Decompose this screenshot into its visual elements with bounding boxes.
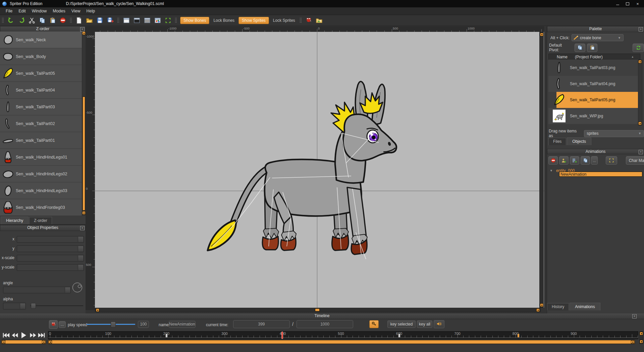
palette-tab-objects[interactable]: Objects [567, 137, 591, 145]
sound-button[interactable] [434, 320, 444, 328]
zorder-item[interactable]: Sen_walk_Body [0, 48, 86, 65]
animations-panel-header[interactable]: Animations × [547, 149, 644, 154]
toolbar-grip[interactable] [2, 17, 4, 23]
file-list-scrollbar[interactable] [638, 60, 642, 125]
tab-hierarchy[interactable]: Hierarchy [1, 217, 29, 224]
menu-file[interactable]: File [3, 8, 15, 14]
dock-tab-animations[interactable]: Animations [570, 303, 600, 310]
save-as-button[interactable] [106, 16, 115, 25]
pivot-paste-button[interactable] [587, 44, 598, 52]
rewind-button[interactable] [10, 331, 19, 339]
timeline-key-marker[interactable] [517, 334, 520, 338]
timeline-vscroll-down-button[interactable] [640, 340, 643, 343]
file-scroll-down-button[interactable] [638, 122, 642, 125]
file-scroll-up-button[interactable] [638, 60, 642, 63]
minimize-button[interactable] [612, 0, 623, 7]
timeline-more-button[interactable]: ... [59, 321, 66, 328]
go-to-start-button[interactable] [2, 331, 10, 339]
lock-bones-toggle[interactable]: Lock Bones [213, 18, 234, 23]
y-scale-field[interactable] [17, 264, 84, 271]
x-scale-spinner[interactable] [78, 255, 83, 261]
new-file-button[interactable] [74, 16, 84, 25]
tree-expand-icon[interactable]: ▼ [550, 169, 553, 172]
fit-view-button[interactable] [163, 16, 172, 25]
zorder-item[interactable]: Sen_walk_HindHindLegs01 [0, 149, 86, 166]
char-maps-button[interactable]: Char Maps [626, 156, 644, 165]
duplicate-animation-button[interactable] [581, 156, 590, 165]
key-all-button[interactable]: key all [417, 320, 432, 328]
zorder-scroll-down-button[interactable] [82, 211, 86, 215]
zorder-item[interactable]: Sen_walk_HindHindLegs02 [0, 166, 86, 182]
canvas-viewport[interactable] [95, 32, 544, 308]
alt-click-dropdown[interactable]: create bone ▼ [572, 34, 624, 41]
refresh-files-button[interactable] [633, 44, 644, 52]
zorder-close-icon[interactable]: × [80, 27, 85, 32]
timeline-ruler[interactable]: 0100200300400500600700800900 [48, 331, 638, 339]
playback-range-left-handle[interactable] [2, 340, 5, 344]
fast-forward-button[interactable] [29, 331, 37, 339]
add-animation-button[interactable] [570, 156, 579, 165]
menu-help[interactable]: Help [84, 8, 98, 14]
toolbar-grip[interactable] [117, 17, 119, 23]
go-to-end-button[interactable] [37, 331, 46, 339]
x-scale-field[interactable] [17, 255, 84, 261]
delete-button[interactable] [58, 16, 67, 25]
timeline-horizontal-scrollbar[interactable] [48, 340, 635, 344]
file-list-header[interactable]: Name (Project Folder) ▲ [548, 54, 640, 60]
x-spinner[interactable] [78, 237, 83, 242]
window-layout2-button[interactable] [132, 16, 141, 25]
tab-z-order[interactable]: Z-order [29, 217, 52, 224]
zorder-item[interactable]: Sen_walk_TailPart02 [0, 115, 86, 132]
zorder-item[interactable]: Sen_walk_HindHindLegs03 [0, 182, 86, 199]
palette-close-icon[interactable]: × [639, 27, 643, 32]
sort-arrow-icon[interactable]: ▲ [631, 55, 634, 58]
alpha-field[interactable] [3, 303, 26, 309]
pivot-copy-button[interactable] [575, 44, 585, 52]
canvas-horizontal-scrollbar[interactable] [95, 308, 541, 312]
fit-animation-button[interactable] [606, 156, 617, 165]
alpha-spinner[interactable] [20, 303, 25, 309]
snapping-button[interactable] [304, 16, 313, 25]
auto-key-button[interactable] [369, 320, 379, 328]
animation-name-input[interactable]: NewAnimation [169, 321, 196, 328]
window-layout4-button[interactable] [153, 16, 162, 25]
donkey-hoof[interactable] [262, 236, 278, 250]
object-properties-header[interactable]: Object Properties × [0, 225, 86, 231]
playback-range-right-handle[interactable] [42, 340, 45, 344]
toolbar-grip[interactable] [175, 17, 177, 23]
zorder-item[interactable]: Sen_walk_HindFrontleg03 [0, 199, 86, 216]
y-field[interactable] [17, 245, 84, 252]
palette-file-item[interactable]: Sen_walk_TailPart05.png [548, 92, 640, 108]
palette-panel-header[interactable]: Palette × [547, 26, 644, 32]
delete-animation-button[interactable] [548, 156, 558, 165]
alpha-slider-track[interactable] [30, 305, 83, 306]
save-button[interactable] [95, 16, 104, 25]
play-speed-value[interactable]: 100 [138, 321, 149, 328]
redo-button[interactable] [17, 16, 26, 25]
menu-edit[interactable]: Edit [15, 8, 29, 14]
zorder-scroll-up-button[interactable] [82, 32, 86, 35]
play-button[interactable] [19, 331, 28, 339]
object-properties-close-icon[interactable]: × [80, 226, 85, 230]
menu-modes[interactable]: Modes [50, 8, 68, 14]
total-time-input[interactable]: 1000 [297, 320, 353, 328]
palette-file-item[interactable]: Sen_walk_TailPart03.png [548, 60, 640, 76]
window-layout1-button[interactable] [122, 16, 131, 25]
canvas-hscroll-left-button[interactable] [96, 308, 99, 312]
timeline-vertical-scrollbar[interactable] [639, 331, 643, 344]
menu-view[interactable]: View [68, 8, 84, 14]
maximize-button[interactable] [623, 0, 633, 7]
add-entity-button[interactable] [559, 156, 569, 165]
angle-field[interactable] [3, 287, 71, 293]
animations-more-button[interactable]: ... [591, 156, 598, 165]
y-spinner[interactable] [78, 246, 83, 251]
canvas-vertical-scrollbar[interactable] [539, 32, 544, 308]
y-scale-spinner[interactable] [78, 265, 83, 270]
timeline-close-icon[interactable]: × [632, 314, 637, 318]
palette-file-item[interactable]: Sen_walk_TailPart04.png [548, 76, 640, 92]
timeline-key-marker[interactable] [165, 334, 168, 338]
angle-spinner[interactable] [65, 287, 70, 293]
timeline-hscroll-left-handle[interactable] [49, 340, 52, 344]
timeline-key-marker[interactable] [398, 334, 400, 338]
zorder-scrollbar[interactable] [82, 32, 86, 216]
